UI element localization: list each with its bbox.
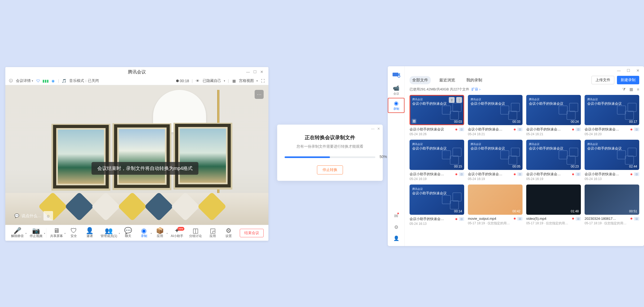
recording-thumbnail[interactable]: 腾讯会议会议小助手的快速会议00:15 [410, 140, 464, 170]
view-mode[interactable]: 宫格视图 [239, 78, 254, 83]
tool-ai-assistant[interactable]: ✦AI小助手new [169, 227, 185, 238]
recording-card[interactable]: 腾讯会议会议小助手的快速会议00:05会议小助手的快速会…◫05-24 16:1… [468, 140, 523, 181]
recording-card[interactable]: 腾讯会议会议小助手的快速会议00:14会议小助手的快速会…◫05-24 16:1… [410, 185, 464, 226]
meeting-detail-link[interactable]: 会议详情 ▾ [16, 78, 33, 83]
recording-card[interactable]: 腾讯会议会议小助手的快速会议00:15会议小助手的快速会…◫05-24 16:1… [410, 140, 464, 181]
app-logo[interactable] [391, 69, 401, 79]
status-dot-icon [514, 218, 516, 220]
tool-share-screen[interactable]: 🖥共享屏幕▾ [48, 227, 65, 238]
chat-placeholder[interactable]: 说点什么… [21, 213, 41, 218]
status-dot-icon [630, 173, 632, 175]
tool-record[interactable]: ◉录制▾ [137, 227, 151, 238]
recording-card[interactable]: 00:42movie_output.mp4◫05-17 18:19 · 仅您指定… [468, 185, 523, 226]
shield-icon[interactable]: 🛡 [36, 78, 41, 83]
card-meta: 会议小助手的快速会…◫ [468, 170, 523, 177]
close-icon[interactable]: ✕ [258, 68, 265, 75]
tool-stop-video[interactable]: 📷停止视频▾ [28, 227, 45, 238]
recording-thumbnail[interactable]: 腾讯会议会议小助手的快速会议00:17 [585, 95, 639, 125]
tool-settings[interactable]: ⚙设置 [221, 227, 236, 238]
thumb-brand: 腾讯会议 [529, 98, 539, 101]
share-icon[interactable]: ⇪ [449, 97, 455, 103]
app-icon: ◲ [210, 227, 216, 234]
upload-button[interactable]: 上传文件 [591, 76, 614, 84]
thumb-brand: 腾讯会议 [471, 98, 481, 101]
recording-card[interactable]: 腾讯会议会议小助手的快速会议00:24会议小助手的快速会…◫05-24 16:2… [526, 95, 581, 136]
recording-thumbnail[interactable]: 腾讯会议会议小助手的快速会议🖼⇪⋮00:03 [410, 95, 464, 125]
meeting-badge-icon: ◫ [459, 172, 464, 176]
tool-invite[interactable]: 👤邀请 [82, 227, 97, 238]
maximize-icon[interactable]: ☐ [625, 67, 632, 74]
card-subtitle: 05-24 16:13 [410, 221, 464, 226]
duration-label: 00:15 [454, 165, 462, 168]
card-subtitle: 05-24 16:19 [468, 177, 523, 181]
recording-card[interactable]: 腾讯会议会议小助手的快速会议00:17会议小助手的快速会…◫05-24 16:2… [585, 95, 639, 136]
card-title: 会议小助手的快速会… [468, 172, 512, 177]
recording-thumbnail[interactable]: 腾讯会议会议小助手的快速会议00:24 [526, 95, 581, 125]
minimize-icon[interactable]: — [615, 67, 622, 74]
tool-breakout[interactable]: ◫分组讨论 [187, 227, 204, 238]
dialog-minimize-icon[interactable]: — [371, 127, 375, 131]
recording-thumbnail[interactable]: 01:48 [526, 185, 581, 215]
recording-thumbnail[interactable]: 腾讯会议会议小助手的快速会议02:44 [585, 140, 639, 170]
maximize-icon[interactable]: ☐ [251, 68, 258, 75]
chat-icon: 💬 [14, 213, 19, 218]
more-tile-button[interactable]: ⋯ [255, 90, 264, 99]
tool-apps[interactable]: 📦应用▾ [153, 227, 167, 238]
recording-thumbnail[interactable]: 腾讯会议会议小助手的快速会议00:33 [468, 95, 523, 125]
recording-thumbnail[interactable]: 00:42 [468, 185, 523, 215]
settings-icon[interactable]: ⚙ [394, 224, 398, 230]
dialog-close-icon[interactable]: ✕ [377, 127, 380, 131]
meeting-title: 腾讯会议 [128, 69, 146, 75]
eye-icon[interactable]: 👁 [195, 78, 200, 83]
recording-card[interactable]: 腾讯会议会议小助手的快速会议🖼⇪⋮00:03会议小助手的快速会议◫05-24 1… [410, 95, 464, 136]
tab-recent[interactable]: 最近浏览 [437, 76, 458, 84]
expand-storage-link[interactable]: 扩容 › [471, 87, 480, 92]
sidebar-item-meeting[interactable]: 📹 会议 [388, 83, 404, 98]
recording-thumbnail[interactable]: 00:51 [585, 185, 639, 215]
decor-picture [114, 124, 170, 188]
tool-unmute[interactable]: 🎤解除静音▾ [9, 227, 26, 238]
fullscreen-icon[interactable]: ⛶ [260, 78, 265, 83]
new-record-button[interactable]: 新建录制 [617, 76, 639, 84]
recording-card[interactable]: 00:5120230324-180817…◫05-17 18:19 · 仅您指定… [585, 185, 639, 226]
recording-thumbnail[interactable]: 腾讯会议会议小助手的快速会议00:23 [526, 140, 581, 170]
recording-card[interactable]: 腾讯会议会议小助手的快速会议02:44会议小助手的快速会…◫05-24 16:1… [585, 140, 639, 181]
card-meta: 会议小助手的快速会…◫ [468, 125, 523, 132]
hidden-self[interactable]: 已隐藏自己 [203, 78, 221, 83]
decor-pillow [91, 192, 120, 221]
end-meeting-button[interactable]: 结束会议 [240, 229, 264, 237]
more-icon[interactable]: ⋮ [456, 97, 462, 103]
list-view-icon[interactable]: ≡ [637, 87, 639, 92]
grid-view-icon[interactable]: ▦ [629, 87, 633, 92]
tool-chat[interactable]: 💬聊天 [121, 227, 135, 238]
microphone-icon: 🎤 [14, 227, 21, 234]
signal-icon[interactable]: ▮▮▮ [43, 78, 48, 83]
card-meta: 会议小助手的快速会…◫ [410, 215, 464, 221]
recording-thumbnail[interactable]: 腾讯会议会议小助手的快速会议00:14 [410, 185, 464, 215]
sidebar-item-record[interactable]: ◉ 录制 [388, 98, 404, 113]
recording-thumbnail[interactable]: 腾讯会议会议小助手的快速会议00:05 [468, 140, 523, 170]
tool-members[interactable]: 👥管理成员(1)▾ [98, 227, 119, 238]
mail-icon[interactable]: ✉ [394, 213, 398, 219]
minimize-icon[interactable]: — [245, 68, 251, 75]
globe-icon[interactable]: ◉ [51, 78, 55, 83]
progress-fill [285, 156, 330, 158]
tool-security[interactable]: 🛡安全 [67, 227, 81, 238]
tab-my-records[interactable]: 我的录制 [464, 76, 485, 84]
tool-app[interactable]: ◲应用 [206, 227, 220, 238]
recording-card[interactable]: 腾讯会议会议小助手的快速会议00:23会议小助手的快速会…◫05-24 16:1… [526, 140, 581, 181]
recording-card[interactable]: 腾讯会议会议小助手的快速会议00:33会议小助手的快速会…◫05-24 16:2… [468, 95, 523, 136]
recording-card[interactable]: 01:48video(5).mp4◫05-17 18:19 · 仅您指定的用… [526, 185, 581, 226]
card-title: 会议小助手的快速会… [410, 217, 454, 221]
tab-all-files[interactable]: 全部文件 [410, 76, 431, 84]
record-indicator[interactable]: 00:18 [176, 79, 189, 83]
filter-icon[interactable]: ⧩ [622, 87, 626, 92]
profile-icon[interactable]: 👤 [393, 235, 399, 241]
emoji-button[interactable]: ☺ [43, 211, 53, 221]
close-icon[interactable]: ✕ [634, 67, 641, 74]
decor-picture [175, 124, 231, 187]
stop-convert-button[interactable]: 停止转换 [317, 165, 343, 174]
card-subtitle: 05-17 18:19 · 仅您指定的用… [585, 221, 639, 226]
status-dot-icon [455, 173, 457, 175]
grid-view-icon[interactable]: ▦ [232, 78, 236, 83]
